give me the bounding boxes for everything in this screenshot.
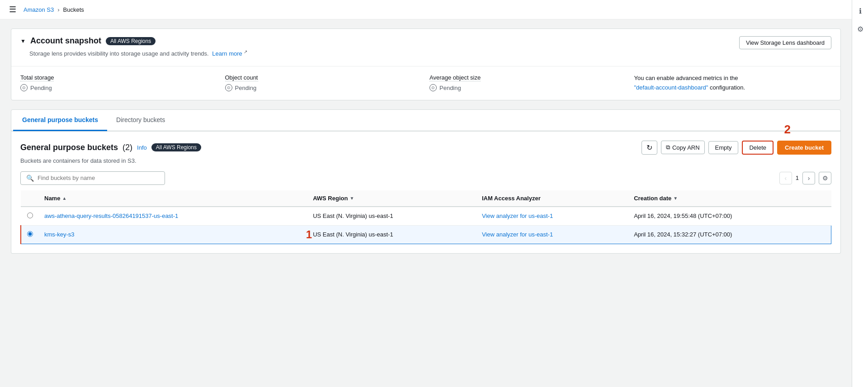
search-icon: 🔍 [26, 175, 34, 182]
avg-object-size-value: Pending [439, 85, 461, 91]
object-count-value: Pending [235, 85, 257, 91]
snapshot-title: Account snapshot [30, 36, 101, 46]
col-select [21, 190, 39, 207]
buckets-title-group: General purpose buckets (2) Info All AWS… [20, 143, 201, 152]
view-storage-lens-button[interactable]: View Storage Lens dashboard [739, 36, 831, 49]
row2-region: US East (N. Virginia) us-east-1 [307, 225, 476, 244]
object-count-metric: Object count ⊙ Pending [225, 74, 423, 93]
page-number: 1 [796, 175, 799, 181]
table-row: kms-key-s3 1 US East (N. Virginia) us-ea… [21, 225, 831, 244]
buckets-header-row: General purpose buckets (2) Info All AWS… [20, 141, 831, 155]
snapshot-badge: All AWS Regions [106, 37, 156, 45]
learn-more-link[interactable]: Learn more [212, 50, 242, 57]
snapshot-desc: Storage lens provides visibility into st… [20, 49, 256, 61]
pending-icon-3: ⊙ [429, 84, 437, 91]
tabs-bar: General purpose buckets Directory bucket… [11, 110, 840, 131]
row2-analyzer-link[interactable]: View analyzer for us-east-1 [482, 231, 553, 238]
right-sidebar: ℹ ⚙ [852, 0, 868, 387]
buckets-table: Name ▲ AWS Region ▼ IAM Access Analyzer [20, 190, 831, 244]
delete-button[interactable]: Delete [742, 141, 774, 155]
annotation-2: 2 [784, 123, 791, 137]
copy-arn-button[interactable]: ⧉ Copy ARN [661, 141, 705, 154]
total-storage-value: Pending [30, 85, 52, 91]
refresh-button[interactable]: ↻ [642, 141, 657, 155]
copy-icon: ⧉ [666, 144, 670, 151]
buckets-actions: 2 ↻ ⧉ Copy ARN Empty Delete Create bucke… [642, 141, 831, 155]
pending-icon-1: ⊙ [20, 84, 28, 91]
row1-select[interactable] [21, 207, 39, 226]
buckets-subtitle: Buckets are containers for data stored i… [20, 157, 831, 164]
annotation-1: 1 [306, 228, 312, 241]
tabs-container: General purpose buckets Directory bucket… [11, 109, 841, 132]
col-region[interactable]: AWS Region ▼ [307, 190, 476, 207]
row2-name: kms-key-s3 1 [39, 225, 307, 244]
row1-iam: View analyzer for us-east-1 [476, 207, 628, 226]
account-snapshot-card: ▼ Account snapshot All AWS Regions Stora… [11, 28, 841, 100]
collapse-arrow[interactable]: ▼ [20, 38, 26, 44]
buckets-count: (2) [123, 143, 132, 152]
col-name[interactable]: Name ▲ [39, 190, 307, 207]
buckets-card: General purpose buckets (2) Info All AWS… [11, 132, 841, 254]
info-sidebar-icon[interactable]: ℹ [855, 5, 866, 16]
tab-general-purpose[interactable]: General purpose buckets [13, 110, 107, 131]
avg-object-size-label: Average object size [429, 74, 481, 81]
total-storage-metric: Total storage ⊙ Pending [20, 74, 218, 93]
col-iam: IAM Access Analyzer [476, 190, 628, 207]
row1-bucket-link[interactable]: aws-athena-query-results-058264191537-us… [44, 212, 178, 219]
buckets-section-title: General purpose buckets [20, 143, 118, 152]
table-row: aws-athena-query-results-058264191537-us… [21, 207, 831, 226]
col-creation-date[interactable]: Creation date ▼ [628, 190, 831, 207]
advanced-metrics-info: You can enable advanced metrics in the "… [634, 74, 832, 93]
empty-button[interactable]: Empty [708, 141, 739, 154]
row1-creation-date: April 16, 2024, 19:55:48 (UTC+07:00) [628, 207, 831, 226]
object-count-label: Object count [225, 74, 258, 81]
row2-creation-date: April 16, 2024, 15:32:27 (UTC+07:00) [628, 225, 831, 244]
next-page-button[interactable]: › [802, 172, 815, 184]
search-box[interactable]: 🔍 [20, 171, 165, 185]
row1-name: aws-athena-query-results-058264191537-us… [39, 207, 307, 226]
search-pagination-row: 🔍 ‹ 1 › ⚙ [20, 171, 831, 185]
column-settings-button[interactable]: ⚙ [819, 172, 831, 184]
tab-directory-buckets[interactable]: Directory buckets [107, 110, 174, 131]
row2-radio[interactable] [27, 231, 33, 237]
row1-radio[interactable] [27, 212, 33, 218]
settings-sidebar-icon[interactable]: ⚙ [855, 24, 866, 34]
prev-page-button[interactable]: ‹ [779, 172, 792, 184]
breadcrumb-home[interactable]: Amazon S3 [24, 6, 54, 13]
row1-region: US East (N. Virginia) us-east-1 [307, 207, 476, 226]
total-storage-label: Total storage [20, 74, 54, 81]
create-bucket-button[interactable]: Create bucket [777, 141, 831, 155]
snapshot-metrics: Total storage ⊙ Pending Object count ⊙ P… [11, 66, 840, 100]
default-dashboard-link[interactable]: "default-account-dashboard" [634, 84, 708, 91]
breadcrumb-separator: › [57, 6, 59, 13]
row2-bucket-link[interactable]: kms-key-s3 [44, 231, 74, 238]
buckets-region-badge: All AWS Regions [151, 143, 201, 151]
search-input[interactable] [38, 175, 159, 181]
pending-icon-2: ⊙ [225, 84, 232, 91]
row2-iam: View analyzer for us-east-1 [476, 225, 628, 244]
avg-object-size-metric: Average object size ⊙ Pending [429, 74, 627, 93]
buckets-info-link[interactable]: Info [137, 144, 147, 151]
row1-analyzer-link[interactable]: View analyzer for us-east-1 [482, 212, 553, 219]
hamburger-menu[interactable]: ☰ [9, 5, 16, 14]
pagination-controls: ‹ 1 › ⚙ [779, 172, 831, 184]
row2-select[interactable] [21, 225, 39, 244]
breadcrumb-current: Buckets [63, 6, 84, 13]
breadcrumb: ☰ Amazon S3 › Buckets [0, 0, 868, 19]
